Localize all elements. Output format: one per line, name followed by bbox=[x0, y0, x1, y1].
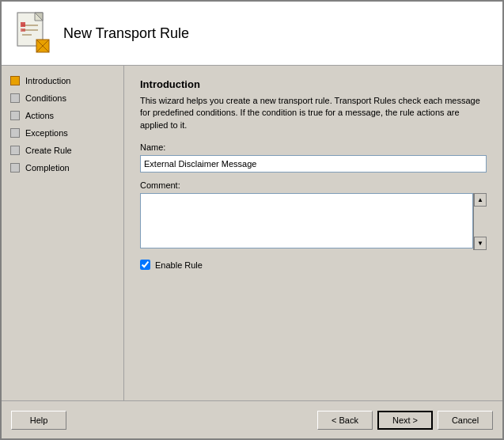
dialog-footer: Help < Back Next > Cancel bbox=[2, 400, 502, 438]
dialog-title: New Transport Rule bbox=[63, 25, 189, 42]
sidebar-item-actions[interactable]: Actions bbox=[2, 107, 123, 124]
enable-rule-checkbox[interactable] bbox=[140, 260, 150, 270]
sidebar-label-introduction: Introduction bbox=[25, 76, 70, 85]
back-button[interactable]: < Back bbox=[317, 411, 373, 430]
sidebar-item-conditions[interactable]: Conditions bbox=[2, 89, 123, 107]
indicator-completion bbox=[9, 162, 21, 173]
content-area: Introduction This wizard helps you creat… bbox=[124, 66, 502, 400]
sidebar: Introduction Conditions Actions Exceptio… bbox=[2, 66, 124, 400]
next-button[interactable]: Next > bbox=[377, 411, 433, 430]
scrollbar-track bbox=[474, 207, 487, 237]
svg-rect-7 bbox=[21, 22, 25, 27]
comment-scrollbar: ▲ ▼ bbox=[473, 193, 487, 250]
indicator-conditions bbox=[9, 93, 21, 104]
sidebar-label-create-rule: Create Rule bbox=[25, 146, 72, 155]
sidebar-item-introduction[interactable]: Introduction bbox=[2, 72, 123, 89]
dialog-body: Introduction Conditions Actions Exceptio… bbox=[2, 66, 502, 400]
scroll-up-icon: ▲ bbox=[477, 196, 483, 203]
dialog-header: New Transport Rule bbox=[2, 2, 502, 66]
cancel-button[interactable]: Cancel bbox=[438, 411, 493, 430]
sidebar-label-actions: Actions bbox=[25, 111, 54, 120]
help-button[interactable]: Help bbox=[11, 411, 66, 430]
comment-textarea[interactable] bbox=[140, 193, 473, 248]
enable-rule-row: Enable Rule bbox=[140, 260, 487, 270]
sidebar-label-completion: Completion bbox=[25, 163, 70, 173]
section-title: Introduction bbox=[140, 78, 487, 90]
header-icon bbox=[14, 11, 52, 55]
name-input[interactable] bbox=[140, 155, 487, 173]
indicator-introduction bbox=[9, 75, 21, 86]
sidebar-item-exceptions[interactable]: Exceptions bbox=[2, 124, 123, 142]
sidebar-label-conditions: Conditions bbox=[25, 93, 66, 103]
sidebar-label-exceptions: Exceptions bbox=[25, 128, 68, 138]
indicator-exceptions bbox=[9, 127, 21, 138]
scroll-down-btn[interactable]: ▼ bbox=[474, 237, 487, 250]
footer-buttons-right: < Back Next > Cancel bbox=[317, 411, 493, 430]
scroll-down-icon: ▼ bbox=[477, 240, 483, 247]
sidebar-item-completion[interactable]: Completion bbox=[2, 159, 123, 176]
comment-label: Comment: bbox=[140, 180, 487, 190]
section-description: This wizard helps you create a new trans… bbox=[140, 95, 487, 131]
name-label: Name: bbox=[140, 142, 487, 152]
new-transport-rule-dialog: New Transport Rule Introduction Conditio… bbox=[0, 0, 504, 440]
enable-rule-label: Enable Rule bbox=[155, 260, 203, 270]
indicator-actions bbox=[9, 110, 21, 121]
svg-rect-8 bbox=[21, 28, 25, 32]
sidebar-item-create-rule[interactable]: Create Rule bbox=[2, 142, 123, 159]
indicator-create-rule bbox=[9, 145, 21, 156]
scroll-up-btn[interactable]: ▲ bbox=[474, 193, 487, 207]
